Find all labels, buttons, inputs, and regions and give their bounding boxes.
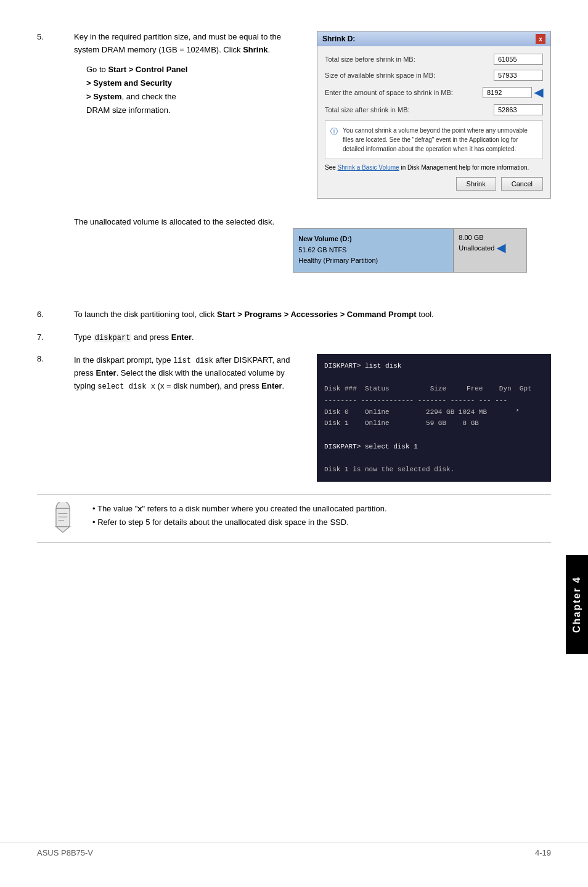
terminal-line-1: DISKPART> list disk [324,360,544,372]
step5-body: Key in the required partition size, and … [74,31,298,123]
unalloc-label-arrow: Unallocated ◀ [459,241,521,255]
dialog-info-box: ⓘ You cannot shrink a volume beyond the … [325,120,543,159]
step5-image-area: Shrink D: x Total size before shrink in … [317,31,551,199]
dialog-row-3: Enter the amount of space to shrink in M… [325,86,543,99]
step8-terminal-col: DISKPART> list disk Disk ### Status Size… [317,354,551,482]
step8-number-col: 8. [37,354,74,482]
dialog-row-1: Total size before shrink in MB: 61055 [325,54,543,65]
shrink-dialog: Shrink D: x Total size before shrink in … [317,31,551,199]
dialog-row-2: Size of available shrink space in MB: 57… [325,70,543,81]
step8-number: 8. [37,354,44,363]
disk-display-box: New Volume (D:) 51.62 GB NTFS Healthy (P… [293,228,527,273]
dialog-label-3: Enter the amount of space to shrink in M… [325,89,483,96]
step7-code: diskpart [94,334,132,342]
terminal-line-blank1 [324,372,544,384]
dialog-title-bar: Shrink D: x [317,31,550,46]
step5-left: 5. Key in the required partition size, a… [37,31,298,123]
page-container: Chapter 4 5. Key in the required partiti… [0,0,588,887]
step5-disk-display: New Volume (D:) 51.62 GB NTFS Healthy (P… [293,216,527,273]
info-icon: ⓘ [330,126,339,154]
arrow-icon-1: ◀ [534,86,543,99]
dialog-value-1: 61055 [494,54,543,65]
dialog-value-2: 57933 [494,70,543,81]
step5-desc-section: The unallocated volume is allocated to t… [37,216,551,273]
dialog-link-suffix: in Disk Management help for more informa… [399,164,529,171]
dialog-value-3[interactable]: 8192 [483,87,532,98]
chapter-tab: Chapter 4 [566,555,588,654]
dialog-link[interactable]: Shrink a Basic Volume [338,164,399,171]
footer-brand: ASUS P8B75-V [37,848,93,857]
terminal-line-header: Disk ### Status Size Free Dyn Gpt [324,383,544,395]
dialog-link-prefix: See [325,164,338,171]
dialog-close-button[interactable]: x [536,34,545,44]
note-item-2: Refer to step 5 for details about the un… [92,516,539,529]
dialog-label-2: Size of available shrink space in MB: [325,72,494,79]
unalloc-size: 8.00 GB [459,234,521,241]
chapter-tab-label: Chapter 4 [571,576,582,633]
step8-enter2: Enter [261,381,282,390]
step5-desc-body: The unallocated volume is allocated to t… [74,216,274,235]
step8-code-select: select disk x [97,382,155,391]
spacer [37,290,551,308]
dialog-label-4: Total size after shrink in MB: [325,106,494,113]
system-security-bold: > System and Security [86,78,172,88]
note-item-1: The value "x" refers to a disk number wh… [92,502,539,516]
note-section: The value "x" refers to a disk number wh… [37,494,551,543]
svg-rect-1 [56,508,70,527]
pencil-icon [49,502,76,533]
step6-section: 6. To launch the disk partitioning tool,… [37,308,551,321]
dialog-row-4: Total size after shrink in MB: 52863 [325,104,543,115]
terminal-display: DISKPART> list disk Disk ### Status Size… [317,354,551,482]
dialog-value-4: 52863 [494,104,543,115]
step8-text-col: In the diskpart prompt, type list disk a… [74,354,317,482]
step5-desc-left: The unallocated volume is allocated to t… [37,216,274,235]
dialog-info-text: You cannot shrink a volume beyond the po… [343,126,537,154]
terminal-line-disk0: Disk 0 Online 2294 GB 1024 MB * [324,406,544,418]
step8-section: 8. In the diskpart prompt, type list dis… [37,354,551,482]
shrink-button[interactable]: Shrink [456,177,496,191]
disk-main-partition: New Volume (D:) 51.62 GB NTFS Healthy (P… [293,229,454,272]
step5-main-text: Key in the required partition size, and … [74,31,298,57]
terminal-line-select: DISKPART> select disk 1 [324,441,544,453]
terminal-line-disk1: Disk 1 Online 59 GB 8 GB [324,418,544,429]
step5-desc-text: The unallocated volume is allocated to t… [74,216,274,229]
partition-status: Healthy (Primary Partition) [298,257,378,264]
step5-sub-text: Go to Start > Control Panel > System and… [86,63,298,117]
step7-section: 7. Type diskpart and press Enter. [37,331,551,344]
main-content: 5. Key in the required partition size, a… [0,12,588,843]
dialog-title: Shrink D: [322,35,355,43]
note-content: The value "x" refers to a disk number wh… [92,502,539,529]
cancel-button[interactable]: Cancel [501,177,543,191]
step7-text: Type diskpart and press Enter. [74,331,194,344]
dialog-body: Total size before shrink in MB: 61055 Si… [317,46,550,198]
step8-enter1: Enter [96,368,116,377]
unalloc-label: Unallocated [459,244,494,252]
dialog-label-1: Total size before shrink in MB: [325,56,494,63]
terminal-line-result: Disk 1 is now the selected disk. [324,464,544,476]
arrow-icon-2: ◀ [497,241,505,255]
terminal-line-blank3 [324,452,544,464]
terminal-line-sep: -------- ------------- ------- ------ --… [324,395,544,406]
dialog-buttons: Shrink Cancel [325,177,543,191]
step6-text: To launch the disk partitioning tool, cl… [74,308,434,321]
shrink-bold: Shrink [243,45,267,54]
dialog-link-text: Shrink a Basic Volume [338,164,399,171]
note-icon-area [49,502,80,535]
partition-size: 51.62 GB NTFS [298,246,346,254]
step8-code-list: list disk [173,357,213,365]
note-x-bold: x [137,504,142,513]
control-panel-bold: Start > Control Panel [108,65,187,74]
terminal-line-blank2 [324,429,544,441]
step8-text: In the diskpart prompt, type list disk a… [74,354,304,393]
svg-marker-2 [56,527,70,532]
system-bold: > System [86,92,121,101]
dialog-link-area: See Shrink a Basic Volume in Disk Manage… [325,164,543,171]
step6-number: 6. [37,308,74,319]
step7-number: 7. [37,331,74,342]
step5-desc-number [37,216,74,226]
step6-bold: Start > Programs > Accessories > Command… [217,310,417,319]
disk-partitions: New Volume (D:) 51.62 GB NTFS Healthy (P… [293,229,526,272]
step5-number: 5. [37,31,74,41]
partition-name: New Volume (D:) [298,235,352,242]
footer-page: 4-19 [535,848,551,857]
